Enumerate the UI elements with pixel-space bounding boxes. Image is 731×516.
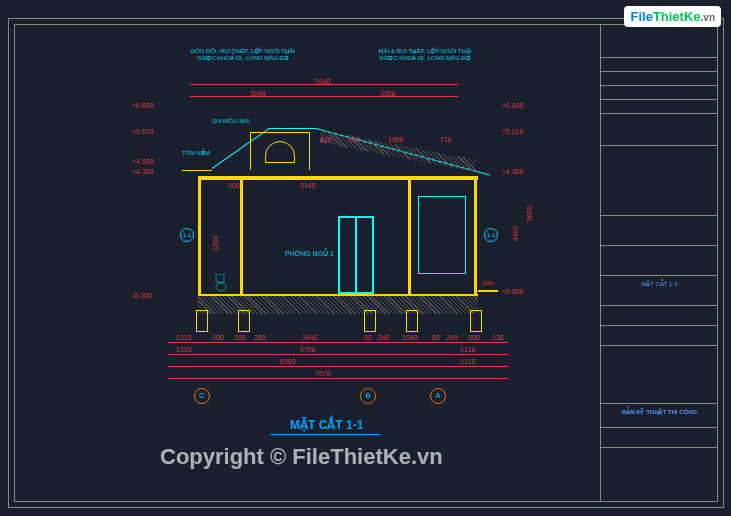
dimline [168,354,508,355]
watermark: Copyright © FileThietKe.vn [160,444,443,470]
door-panel [356,217,373,293]
svg-point-1 [216,283,226,291]
elev: +4.500 [132,158,154,165]
dim: 410 [320,136,332,143]
tb-sheet: MẶT CẮT 1-1 [601,276,718,306]
step [478,290,498,292]
foundation [406,310,418,332]
window [418,196,466,274]
note-tonem: TÔN NỀM [182,150,210,157]
door-panel [339,217,356,293]
tb-cell [601,100,718,114]
dim: 1900 [388,136,404,143]
arch-window [265,141,295,163]
dim: 3140 [300,182,316,189]
section-mark-left: 1-1 [180,228,194,242]
foundation [238,310,250,332]
tb-cell [601,326,718,346]
dim: 1310 [176,346,192,353]
dim: 718 [440,136,452,143]
section-drawing: ĐÒN DÔI, RUI THÉP, LỢP NGÓI THÁI NGỌC KH… [120,40,550,440]
dim: 1110 [460,346,476,353]
dim: 500 [228,182,240,189]
tb-cell [601,58,718,72]
dim: 5600 [526,206,533,222]
dimline [190,96,458,97]
dim: 410 [348,136,360,143]
dim: 200 [212,334,224,341]
dim: 130 [492,334,504,341]
cad-canvas[interactable]: ĐÒN DÔI, RUI THÉP, LỢP NGÓI THÁI NGỌC KH… [0,0,731,516]
logo-suffix: .vn [701,12,715,23]
dimline [168,342,508,343]
dim: 800 [468,334,480,341]
room-label: PHÒNG NGỦ 1 [285,250,334,258]
drawing-title: MẶT CẮT 1-1 [290,418,363,432]
dim: 80 [364,334,372,341]
dim: 4400 [512,226,519,242]
elev: +0.000 [502,288,524,295]
dim: 1110 [460,358,476,365]
titleblock: MẶT CẮT 1-1 BẢN KỸ THUẬT THI CÔNG [600,24,718,502]
dim: 240 [446,334,458,341]
roof-ridge [268,128,316,129]
note-right: MÁI & RUI THÉP, LỢP NGÓI THÁI NGỌC KHOẢ … [370,48,480,62]
wall-int2 [408,176,411,296]
roof-line [182,170,212,171]
dim: 80 [432,334,440,341]
foundation [196,310,208,332]
wall-int [240,176,243,296]
elev: +6.600 [502,102,524,109]
tb-project: BẢN KỸ THUẬT THI CÔNG [601,404,718,428]
logo-part1: File [630,9,652,24]
dim: 240 [378,334,390,341]
note-sia: SIA MÔLI MÁI [212,118,250,125]
dim: 200 [234,334,246,341]
dim: 1200 [212,236,219,252]
wall-right [474,176,477,294]
san-label: SÀN [482,280,494,287]
door [338,216,374,294]
dimline [190,84,458,85]
grid-b: B [360,388,376,404]
tb-cell [601,428,718,448]
toilet-icon [214,274,228,292]
elev: +5.610 [502,128,524,135]
elev: +4.300 [502,168,524,175]
foundation [470,310,482,332]
gable [250,132,310,170]
section-mark-right: 1-1 [484,228,498,242]
dim: 4700 [300,346,316,353]
dim: 280 [254,334,266,341]
tb-cell [601,306,718,326]
elev: +6.600 [132,102,154,109]
wall-left [198,176,201,296]
dim: 6560 [280,358,296,365]
tb-cell [601,86,718,100]
dim: 1040 [402,334,418,341]
svg-rect-0 [216,274,224,282]
dimline [168,378,508,379]
elev: -0.100 [132,292,152,299]
tb-cell [601,24,718,58]
dim: 3440 [302,334,318,341]
dim: 1310 [176,334,192,341]
grid-a: A [430,388,446,404]
dim: 7670 [315,370,331,377]
tb-cell [601,448,718,468]
dimline [168,366,508,367]
tb-cell [601,114,718,146]
tb-cell [601,72,718,86]
tb-cell [601,246,718,276]
grid-c: C [194,388,210,404]
tb-cell [601,216,718,246]
tb-cell [601,146,718,216]
note-left: ĐÒN DÔI, RUI THÉP, LỢP NGÓI THÁI NGỌC KH… [188,48,298,62]
title-underline [270,434,380,435]
foundation [364,310,376,332]
elev: +4.300 [132,168,154,175]
logo-part2: ThietKe [653,9,701,24]
logo: FileThietKe.vn [624,6,721,27]
tb-cell [601,346,718,404]
elev: +5.610 [132,128,154,135]
